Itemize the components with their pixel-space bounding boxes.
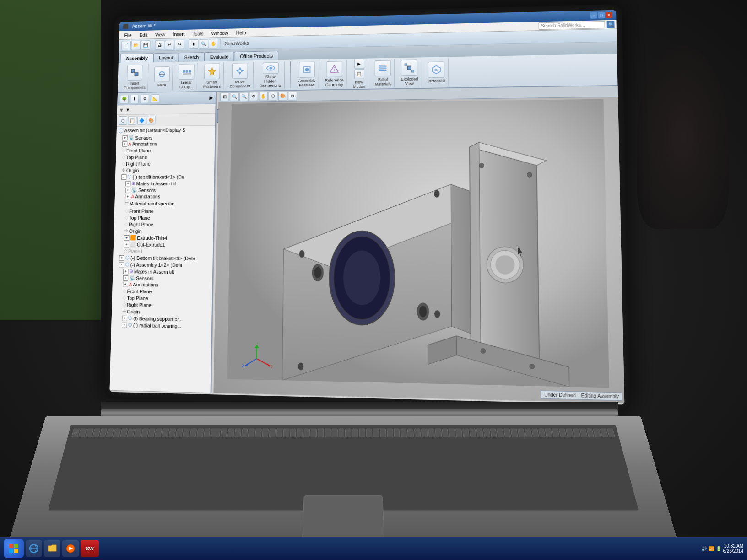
trackpad[interactable]: [302, 495, 384, 542]
menu-tools[interactable]: Tools: [189, 30, 207, 37]
key[interactable]: [162, 429, 169, 437]
vp-display-style[interactable]: 🎨: [278, 92, 287, 101]
tree-item-mates-1[interactable]: + ⊕ Mates in Assem tilt: [115, 180, 214, 187]
key[interactable]: [338, 429, 344, 437]
tree-item-origin-1[interactable]: ✛ Origin: [115, 167, 214, 173]
key[interactable]: [304, 429, 310, 437]
expand-cut[interactable]: +: [124, 242, 130, 247]
tree-item-radial-bearing[interactable]: + ⬡ (-) radial ball bearing...: [111, 321, 211, 329]
insert-components-button[interactable]: [127, 65, 142, 81]
tab-office-products[interactable]: Office Products: [234, 51, 279, 61]
instant3d-button[interactable]: 3D: [428, 61, 444, 78]
menu-window[interactable]: Window: [208, 29, 232, 37]
key[interactable]: [276, 429, 282, 437]
menu-help[interactable]: Help: [233, 29, 249, 36]
key[interactable]: [552, 429, 560, 437]
key[interactable]: [155, 429, 162, 437]
key[interactable]: [490, 429, 497, 437]
key[interactable]: [559, 429, 567, 437]
redo-icon[interactable]: ↪: [174, 39, 184, 49]
expand-extrude[interactable]: +: [124, 235, 130, 241]
key[interactable]: [387, 429, 393, 437]
expand-sensors-1[interactable]: +: [122, 135, 127, 140]
key[interactable]: [196, 429, 204, 437]
key[interactable]: [183, 429, 190, 437]
key[interactable]: [510, 429, 518, 437]
vp-rotate[interactable]: ↻: [249, 92, 258, 101]
expand-radial-bearing[interactable]: +: [122, 322, 127, 328]
key[interactable]: [380, 429, 386, 437]
start-button[interactable]: [4, 539, 24, 558]
smart-fasteners-button[interactable]: [204, 63, 220, 79]
key[interactable]: [469, 429, 476, 437]
key[interactable]: [189, 429, 197, 437]
expand-arrow[interactable]: ▶: [209, 95, 213, 101]
key[interactable]: [359, 429, 365, 437]
key[interactable]: [346, 429, 352, 437]
key[interactable]: [241, 429, 248, 437]
key[interactable]: [421, 429, 428, 437]
tab-layout[interactable]: Layout: [153, 53, 179, 62]
key[interactable]: [449, 429, 455, 437]
minimize-button[interactable]: ─: [590, 12, 597, 19]
search-button[interactable]: 🔍: [607, 21, 615, 28]
key[interactable]: [428, 429, 435, 437]
key[interactable]: [255, 429, 262, 437]
key[interactable]: [531, 429, 539, 437]
expand-bearing-support[interactable]: +: [122, 315, 127, 321]
menu-edit[interactable]: Edit: [136, 31, 151, 38]
tree-item-top-tilt-brakett[interactable]: - ⬡ (-) top tilt brakett<1> (De: [115, 173, 214, 180]
tree-item-right-plane-1[interactable]: ◇ Right Plane: [116, 160, 215, 167]
key[interactable]: [442, 429, 449, 437]
battery-icon[interactable]: 🔋: [716, 546, 721, 551]
key[interactable]: [297, 429, 303, 437]
vp-zoom-in[interactable]: 🔍: [230, 92, 238, 101]
feature-manager-tab[interactable]: 🌳: [120, 95, 129, 103]
expand-top-tilt[interactable]: -: [121, 174, 127, 180]
expand-annotations-1[interactable]: +: [122, 141, 128, 147]
dim-expert-tab[interactable]: 📐: [151, 94, 159, 103]
tab-assembly[interactable]: Assembly: [120, 53, 154, 63]
key[interactable]: [366, 429, 373, 437]
tree-item-bottom-tilt[interactable]: + ⬡ (-) Bottom tilt brakett<1> (Defa: [113, 254, 213, 262]
menu-file[interactable]: File: [121, 32, 135, 39]
tree-item-front-plane-1[interactable]: ◇ Front Plane: [116, 146, 215, 154]
key[interactable]: [210, 429, 220, 437]
tree-item-cut-extrude1[interactable]: + ⬜ Cut-Extrude1: [114, 241, 213, 248]
key[interactable]: [566, 429, 574, 437]
key[interactable]: [394, 429, 400, 437]
key[interactable]: [248, 429, 255, 437]
key[interactable]: [518, 429, 525, 437]
taskbar-ie-icon[interactable]: [26, 540, 42, 557]
property-manager-tab[interactable]: ℹ: [130, 94, 139, 103]
key[interactable]: [234, 429, 241, 437]
expand-mates-1[interactable]: +: [125, 181, 131, 186]
key[interactable]: [435, 429, 442, 437]
speaker-icon[interactable]: 🔊: [701, 546, 707, 551]
show-hidden-button[interactable]: [263, 62, 279, 74]
taskbar-explorer-icon[interactable]: [44, 540, 60, 557]
save-icon[interactable]: 💾: [141, 40, 151, 50]
taskbar-media-icon[interactable]: [62, 540, 79, 557]
key[interactable]: [373, 429, 379, 437]
menu-view[interactable]: View: [152, 31, 168, 38]
key[interactable]: [407, 429, 414, 437]
key[interactable]: [331, 429, 337, 437]
key[interactable]: [176, 429, 183, 437]
expand-sensors-2[interactable]: +: [125, 188, 131, 193]
key[interactable]: [269, 429, 276, 437]
key[interactable]: [462, 429, 469, 437]
tab-evaluate[interactable]: Evaluate: [204, 52, 234, 61]
key[interactable]: [290, 429, 296, 437]
key[interactable]: [325, 429, 330, 437]
tree-item-annotations-2[interactable]: + A Annotations: [115, 193, 214, 199]
key[interactable]: [455, 429, 462, 437]
key[interactable]: [414, 429, 421, 437]
tree-btn-2[interactable]: 📋: [128, 116, 136, 125]
key[interactable]: [573, 429, 581, 437]
key[interactable]: [483, 429, 490, 437]
key[interactable]: [148, 429, 156, 437]
key[interactable]: [283, 429, 289, 437]
key[interactable]: [352, 429, 358, 437]
tree-item-material[interactable]: ≡ Material <not specifie: [114, 199, 214, 208]
